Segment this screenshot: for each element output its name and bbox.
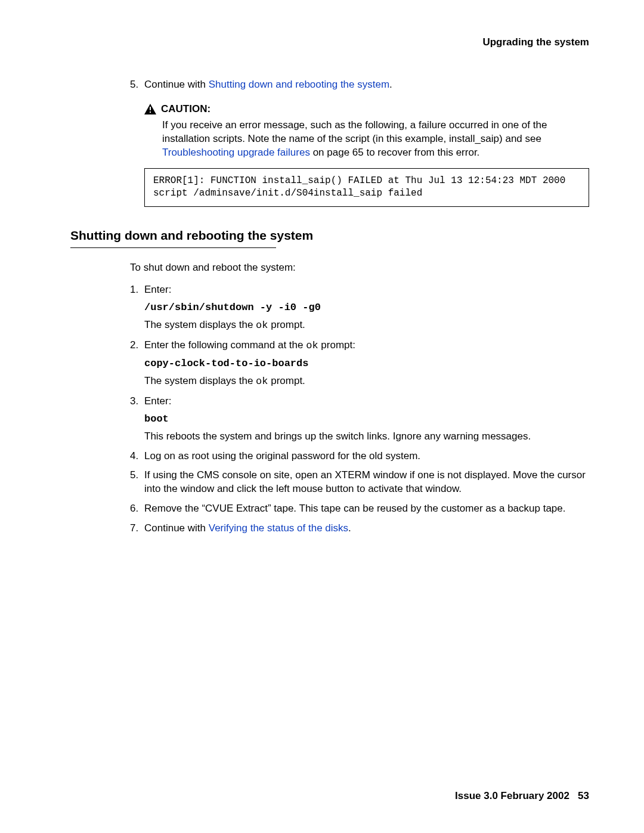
running-header: Upgrading the system xyxy=(70,36,589,49)
list-number: 1. xyxy=(130,283,144,297)
list-text: Continue with Verifying the status of th… xyxy=(144,522,589,535)
list-number: 7. xyxy=(130,522,144,535)
command-text: boot xyxy=(144,413,169,425)
list-number: 5. xyxy=(130,78,144,92)
footer-issue: Issue 3.0 February 2002 xyxy=(455,790,569,801)
step-note: The system displays the ok prompt. xyxy=(144,318,589,333)
text-fragment: on page 65 to recover from this error. xyxy=(310,147,479,158)
list-number: 6. xyxy=(130,502,144,516)
inline-code: ok xyxy=(256,320,268,331)
text-fragment: . xyxy=(348,522,351,534)
section-rule xyxy=(70,247,276,248)
link-shutting-down[interactable]: Shutting down and rebooting the system xyxy=(209,79,389,90)
list-text: Enter: xyxy=(144,395,589,408)
text-fragment: If you receive an error message, such as… xyxy=(162,119,547,144)
list-text: Enter: xyxy=(144,283,589,297)
top-list-block: 5. Continue with Shutting down and reboo… xyxy=(70,78,589,207)
page-footer: Issue 3.0 February 2002 53 xyxy=(455,789,589,803)
link-troubleshooting[interactable]: Troubleshooting upgrade failures xyxy=(162,147,310,158)
list-text: Remove the “CVUE Extract” tape. This tap… xyxy=(144,502,589,516)
footer-page-number: 53 xyxy=(578,790,589,801)
command-text: /usr/sbin/shutdown -y -i0 -g0 xyxy=(144,302,321,313)
caution-body: If you receive an error message, such as… xyxy=(162,119,589,160)
inline-code: ok xyxy=(306,340,318,351)
list-number: 4. xyxy=(130,450,144,463)
text-fragment: prompt. xyxy=(268,319,305,330)
document-page: Upgrading the system 5. Continue with Sh… xyxy=(0,0,644,833)
step-note: The system displays the ok prompt. xyxy=(144,374,589,389)
warning-icon xyxy=(144,104,156,114)
list-text: Enter the following command at the ok pr… xyxy=(144,339,589,353)
caution-label: CAUTION: xyxy=(161,103,210,116)
command-text: copy-clock-tod-to-io-boards xyxy=(144,358,308,369)
text-fragment: Continue with xyxy=(144,79,209,90)
link-verifying-disks[interactable]: Verifying the status of the disks xyxy=(209,522,348,534)
text-fragment: The system displays the xyxy=(144,375,256,386)
text-fragment: The system displays the xyxy=(144,319,256,330)
list-number: 2. xyxy=(130,339,144,353)
list-text: If using the CMS console on site, open a… xyxy=(144,469,589,496)
inline-code: ok xyxy=(256,376,268,387)
list-number: 5. xyxy=(130,469,144,496)
caution-block: CAUTION: If you receive an error message… xyxy=(144,103,589,160)
svg-rect-2 xyxy=(150,112,151,113)
step-note: This reboots the system and brings up th… xyxy=(144,430,589,444)
error-output-box: ERROR[1]: FUNCTION install_saip() FAILED… xyxy=(144,168,589,207)
svg-rect-1 xyxy=(150,107,151,110)
text-fragment: prompt. xyxy=(268,375,305,386)
list-text: Continue with Shutting down and rebootin… xyxy=(144,78,589,92)
text-fragment: Enter the following command at the xyxy=(144,339,306,351)
list-text: Log on as root using the original passwo… xyxy=(144,450,589,463)
text-fragment: . xyxy=(389,79,392,90)
text-fragment: Continue with xyxy=(144,522,209,534)
list-number: 3. xyxy=(130,395,144,408)
text-fragment: prompt: xyxy=(318,339,355,351)
section-intro: To shut down and reboot the system: xyxy=(70,261,589,275)
section-heading: Shutting down and rebooting the system xyxy=(70,227,589,244)
steps-block: 1. Enter: /usr/sbin/shutdown -y -i0 -g0 … xyxy=(70,283,589,535)
